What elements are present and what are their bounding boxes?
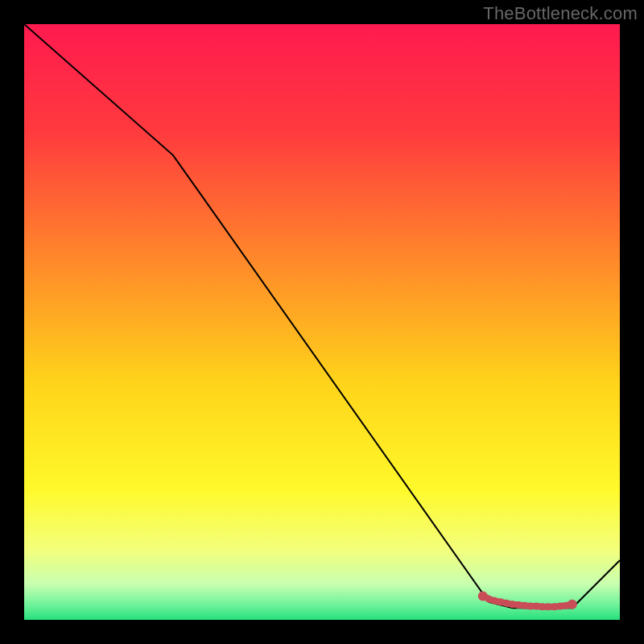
- plot-area: [24, 24, 620, 620]
- optimal-zone-dot: [503, 600, 510, 607]
- optimal-zone-dot: [568, 600, 577, 609]
- watermark-text: TheBottleneck.com: [483, 3, 638, 24]
- chart-frame: TheBottleneck.com: [0, 0, 644, 644]
- optimal-zone-dot: [491, 597, 498, 605]
- gradient-background: [24, 24, 620, 620]
- optimal-zone-dot: [497, 598, 505, 605]
- plot-svg: [24, 24, 620, 620]
